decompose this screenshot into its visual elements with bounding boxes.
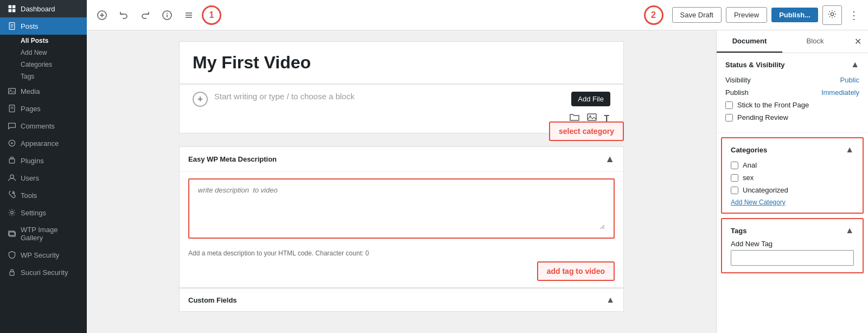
annotation-2: 2 [644,5,663,25]
lock-icon [8,268,16,277]
sidebar-sub-tags[interactable]: Tags [0,71,87,82]
meta-description-input[interactable] [198,186,605,229]
sidebar-sub-all-posts[interactable]: All Posts [0,35,87,47]
meta-description-section: Easy WP Meta Description ▲ Add a meta de… [179,146,624,288]
svg-rect-0 [9,5,12,9]
sidebar-sub-categories[interactable]: Categories [0,59,87,71]
sidebar-sub-add-new[interactable]: Add New [0,47,87,59]
category-anal-label: Anal [743,161,757,169]
sidebar-item-sucuri-security[interactable]: Sucuri Security [0,264,87,281]
stick-front-page-checkbox[interactable] [725,101,733,109]
sidebar-item-posts[interactable]: Posts [0,17,87,35]
preview-button[interactable]: Preview [726,7,767,23]
status-section-header: Status & Visibility ▲ [725,60,859,69]
sidebar-item-media[interactable]: Media [0,82,87,100]
visibility-value[interactable]: Public [840,76,859,84]
tags-input[interactable] [731,250,854,266]
editor-inner: + Start writing or type / to choose a bl… [179,41,624,312]
sidebar-appearance-label: Appearance [21,139,59,148]
category-sex-checkbox[interactable] [731,174,738,182]
tab-block[interactable]: Block [782,30,848,53]
panel-close-button[interactable]: ✕ [848,32,868,51]
svg-point-31 [831,12,833,15]
visibility-label: Visibility [725,76,751,84]
sidebar-item-wp-security[interactable]: WP Security [0,246,87,264]
sidebar: Dashboard Posts All Posts Add New Catego… [0,0,87,333]
save-draft-button[interactable]: Save Draft [672,7,722,23]
publish-label: Publish [725,88,749,97]
add-tag-annotation-row: add tag to video [180,261,623,287]
custom-fields-toggle[interactable]: ▲ [606,295,615,305]
categories-title: Categories [731,146,767,154]
category-uncategorized-checkbox[interactable] [731,187,738,194]
plugin-icon [8,156,16,165]
paint-icon [8,139,16,148]
svg-rect-32 [588,114,596,120]
sidebar-item-settings[interactable]: Settings [0,204,87,221]
info-icon [162,10,173,21]
title-block [179,41,624,84]
pending-review-row: Pending Review [725,113,859,121]
sidebar-item-plugins[interactable]: Plugins [0,152,87,169]
sidebar-pages-label: Pages [21,105,41,113]
more-options-button[interactable]: ⋮ [846,7,861,24]
sidebar-item-tools[interactable]: Tools [0,187,87,204]
document-icon [8,22,16,30]
annotation-1: 1 [202,5,221,25]
add-file-tooltip[interactable]: Add File [571,92,610,106]
add-new-tag-label: Add New Tag [731,240,773,248]
custom-fields-header: Custom Fields ▲ [180,289,623,311]
sidebar-item-appearance[interactable]: Appearance [0,135,87,152]
status-section-toggle[interactable]: ▲ [851,60,859,69]
svg-rect-3 [12,9,16,12]
undo-button[interactable] [115,7,132,24]
publish-button[interactable]: Publish... [771,8,818,22]
sidebar-settings-label: Settings [21,209,46,217]
sidebar-tools-label: Tools [21,191,37,200]
meta-section-toggle[interactable]: ▲ [605,153,615,165]
svg-point-18 [11,212,14,214]
details-button[interactable] [158,7,176,24]
wrench-icon [8,191,16,200]
tab-document[interactable]: Document [717,30,782,53]
sidebar-dashboard-label: Dashboard [21,5,55,13]
sidebar-item-dashboard[interactable]: Dashboard [0,0,87,17]
custom-fields-title: Custom Fields [188,296,237,304]
editor: + Start writing or type / to choose a bl… [87,30,716,333]
categories-section: Categories ▲ Anal sex Uncategorized Add … [721,137,864,214]
sidebar-item-users[interactable]: Users [0,169,87,187]
stick-front-page-row: Stick to the Front Page [725,101,859,109]
sidebar-item-wtp-image-gallery[interactable]: WTP Image Gallery [0,221,87,246]
list-view-button[interactable] [180,7,197,24]
gear-icon [8,208,16,217]
panel-tabs-row: Document Block ✕ [717,30,868,53]
sidebar-item-pages[interactable]: Pages [0,100,87,117]
add-block-button[interactable] [93,7,111,24]
sidebar-posts-label: Posts [21,22,39,30]
categories-toggle[interactable]: ▲ [845,145,854,155]
svg-rect-2 [9,9,12,12]
pending-review-checkbox[interactable] [725,114,733,121]
svg-rect-8 [9,88,16,94]
svg-point-17 [10,175,14,178]
sidebar-users-label: Users [21,174,39,182]
meta-footer: Add a meta description to your HTML code… [180,245,623,261]
meta-section-title: Easy WP Meta Description [188,155,277,163]
redo-button[interactable] [137,7,154,24]
sidebar-item-comments[interactable]: Comments [0,117,87,135]
list-icon [183,10,194,21]
svg-point-14 [11,142,12,144]
category-anal-checkbox[interactable] [731,162,738,169]
publish-value[interactable]: Immediately [821,88,859,97]
add-new-category-link[interactable]: Add New Category [731,198,854,206]
add-block-inline-button[interactable]: + [193,92,208,107]
select-category-label: select category [549,121,624,141]
redo-icon [140,10,151,21]
settings-button[interactable] [822,5,842,25]
category-uncategorized-row: Uncategorized [731,186,854,194]
svg-rect-1 [12,5,16,9]
sidebar-wtp-label: WTP Image Gallery [21,226,79,242]
sidebar-media-label: Media [21,87,40,95]
post-title-input[interactable] [193,53,610,73]
tags-toggle[interactable]: ▲ [845,226,854,235]
